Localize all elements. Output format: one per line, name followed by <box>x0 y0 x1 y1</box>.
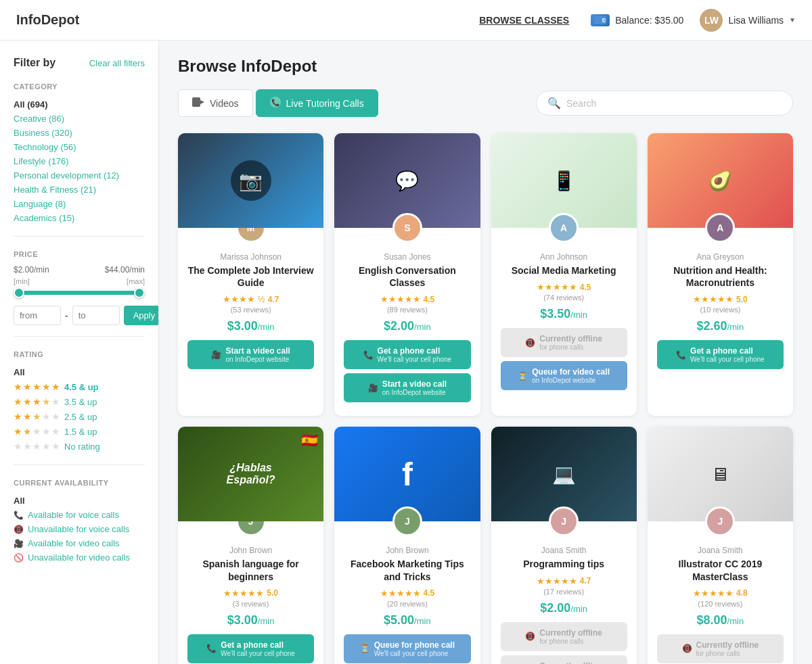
rating-item-none[interactable]: ★ ★ ★ ★ ★ No rating <box>14 439 145 454</box>
rating-item-4-5[interactable]: ★ ★ ★ ★ ★ 4.5 & up <box>14 379 145 394</box>
phone-call-icon: 📞 <box>363 350 374 360</box>
category-item-language[interactable]: Language (8) <box>14 197 145 211</box>
avail-item-video-available[interactable]: 🎥 Available for video calls <box>14 536 145 550</box>
price-inputs: - Apply <box>14 306 145 325</box>
rating-item-2-5[interactable]: ★ ★ ★ ★ ★ 2.5 & up <box>14 409 145 424</box>
rating-item-3-5[interactable]: ★ ★ ★ ★ ★ 3.5 & up <box>14 394 145 409</box>
tab-live-tutoring[interactable]: 📞 Live Tutoring Calls <box>256 89 378 117</box>
username: Lisa Williams <box>728 15 784 26</box>
card-8-title: Illustrator CC 2019 MasterClass <box>657 558 784 582</box>
card-6-price: $5.00/min <box>344 613 470 627</box>
card-7-body: J Joana Smith Programming tips ★★★★★ 4.7… <box>491 506 637 664</box>
card-8-instructor: Joana Smith <box>657 546 784 555</box>
avail-item-voice-available[interactable]: 📞 Available for voice calls <box>14 508 145 522</box>
category-item-academics[interactable]: Academics (15) <box>14 211 145 225</box>
card-1-rating: ★★★★½ 4.7 <box>187 294 314 304</box>
card-5-body: J John Brown Spanish language for beginn… <box>178 506 323 664</box>
category-item-creative[interactable]: Creative (86) <box>14 112 145 126</box>
card-2-rating: ★★★★★ 4.5 <box>344 294 470 304</box>
card-6-instructor: John Brown <box>344 546 470 555</box>
user-menu[interactable]: LW Lisa Williams ▼ <box>700 9 796 32</box>
logo[interactable]: InfoDepot <box>16 12 79 28</box>
rating-filter-list: All ★ ★ ★ ★ ★ 4.5 & up ★ ★ ★ ★ ★ <box>14 365 145 454</box>
clear-all-filters-link[interactable]: Clear all filters <box>89 58 145 68</box>
card-5: ¿HablasEspañol? 🇪🇸 J John Brown Spanish … <box>178 427 323 664</box>
price-to-input[interactable] <box>72 306 120 325</box>
browse-classes-link[interactable]: BROWSE CLASSES <box>479 15 569 26</box>
category-item-technology[interactable]: Technology (56) <box>14 140 145 154</box>
price-sub-labels: [min] [max] <box>14 277 145 285</box>
availability-section-label: CURRENT AVAILABILITY <box>14 479 145 487</box>
card-3-offline-phone-btn: 📵 Currently offline for phone calls <box>501 328 627 357</box>
card-7-offline-video-btn: 🎥 Currently offline for video calls <box>501 655 627 664</box>
page-layout: Filter by Clear all filters CATEGORY All… <box>0 41 812 664</box>
card-3-queue-btn[interactable]: ⏳ Queue for video call on InfoDepot webs… <box>501 361 627 390</box>
card-2-price: $2.00/min <box>344 319 470 333</box>
card-4-title: Nutrition and Health: Macronutrients <box>657 264 784 289</box>
card-8-body: J Joana Smith Illustrator CC 2019 Master… <box>648 506 793 664</box>
category-item-business[interactable]: Business (320) <box>14 126 145 140</box>
balance-text: Balance: $35.00 <box>615 15 683 26</box>
tab-live-tutoring-label: Live Tutoring Calls <box>286 98 364 109</box>
card-3-rating: ★★★★★ 4.5 <box>501 282 627 292</box>
card-2-avatar: S <box>392 213 422 243</box>
category-section-label: CATEGORY <box>14 82 145 91</box>
phone-slash-icon: 📵 <box>14 525 24 534</box>
main-content: Browse InfoDepot Videos 📞 Live Tutoring … <box>159 41 812 664</box>
card-4-reviews: (10 reviews) <box>657 306 784 314</box>
avail-item-video-unavailable[interactable]: 🚫 Unavailable for video calls <box>14 550 145 565</box>
card-4-instructor: Ana Greyson <box>657 252 784 262</box>
phone-icon-5: 📞 <box>206 644 217 653</box>
tab-videos[interactable]: Videos <box>178 89 253 117</box>
card-1-body: M Marissa Johnson The Complete Job Inter… <box>178 213 323 383</box>
rating-item-all[interactable]: All <box>14 365 145 379</box>
card-1-reviews: (53 reviews) <box>187 306 314 314</box>
card-2-phone-btn[interactable]: 📞 Get a phone call We'll call your cell … <box>344 340 470 369</box>
avail-item-all[interactable]: All <box>14 494 145 508</box>
card-3-instructor: Ann Johnson <box>501 252 627 262</box>
card-6-rating: ★★★★★ 4.5 <box>344 588 470 598</box>
card-8-reviews: (120 reviews) <box>657 600 784 608</box>
slider-thumb-max[interactable] <box>134 287 145 298</box>
wallet-icon <box>591 14 610 26</box>
search-input[interactable] <box>566 98 782 109</box>
card-1-price: $3.00/min <box>187 319 314 333</box>
divider-2 <box>14 336 145 337</box>
rating-stars-4-5: ★ ★ ★ ★ ★ <box>14 381 60 392</box>
card-7-title: Programming tips <box>501 558 627 570</box>
apply-price-button[interactable]: Apply <box>124 306 159 325</box>
slider-thumb-min[interactable] <box>14 287 24 298</box>
card-8-avatar: J <box>705 506 735 536</box>
card-3-avatar: A <box>549 213 579 243</box>
availability-filter-list: All 📞 Available for voice calls 📵 Unavai… <box>14 494 145 565</box>
category-item-lifestyle[interactable]: Lifestyle (176) <box>14 154 145 168</box>
card-5-title: Spanish language for beginners <box>187 558 314 582</box>
top-bar: Videos 📞 Live Tutoring Calls 🔍 <box>178 89 793 117</box>
avail-item-voice-unavailable[interactable]: 📵 Unavailable for voice calls <box>14 522 145 536</box>
phone-offline-icon-8: 📵 <box>682 644 692 653</box>
rating-item-1-5[interactable]: ★ ★ ★ ★ ★ 1.5 & up <box>14 424 145 439</box>
card-5-phone-btn[interactable]: 📞 Get a phone call We'll call your cell … <box>187 634 314 663</box>
card-1-image: 📷 <box>178 133 323 228</box>
card-4-phone-btn[interactable]: 📞 Get a phone call We'll call your cell … <box>657 340 784 369</box>
card-4-rating: ★★★★★ 5.0 <box>657 294 784 304</box>
price-from-input[interactable] <box>14 306 61 325</box>
card-7-offline-phone-btn: 📵 Currently offline for phone calls <box>501 622 627 651</box>
search-bar: 🔍 <box>536 91 793 116</box>
card-6-reviews: (20 reviews) <box>344 600 470 608</box>
card-1-video-btn[interactable]: 🎥 Start a video call on InfoDepot websit… <box>187 340 314 369</box>
price-section-label: PRICE <box>14 250 145 258</box>
video-icon: 🎥 <box>14 539 24 548</box>
tab-bar: Videos 📞 Live Tutoring Calls <box>178 89 378 117</box>
card-7: 💻 J Joana Smith Programming tips ★★★★★ 4… <box>491 427 637 664</box>
category-item-health[interactable]: Health & Fitness (21) <box>14 183 145 197</box>
user-avatar: LW <box>700 9 723 32</box>
phone-offline-icon-7: 📵 <box>525 632 535 641</box>
balance-display: Balance: $35.00 <box>591 14 683 26</box>
category-item-all[interactable]: All (694) <box>14 97 145 112</box>
card-2-video-btn[interactable]: 🎥 Start a video call on InfoDepot websit… <box>344 373 470 402</box>
video-tab-icon <box>192 97 204 109</box>
category-item-personal[interactable]: Personal development (12) <box>14 168 145 183</box>
card-6-queue-btn[interactable]: ⏳ Queue for phone call We'll call your c… <box>344 634 470 663</box>
card-5-image: ¿HablasEspañol? 🇪🇸 <box>178 427 323 521</box>
